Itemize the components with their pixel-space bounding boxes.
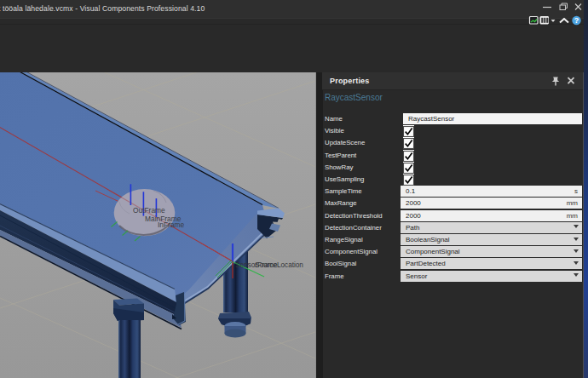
svg-text:InFrame: InFrame (158, 220, 185, 229)
svg-text:OutFrame: OutFrame (133, 206, 165, 215)
svg-text:?: ? (574, 16, 579, 25)
svg-text:SourceLocation: SourceLocation (255, 261, 303, 269)
